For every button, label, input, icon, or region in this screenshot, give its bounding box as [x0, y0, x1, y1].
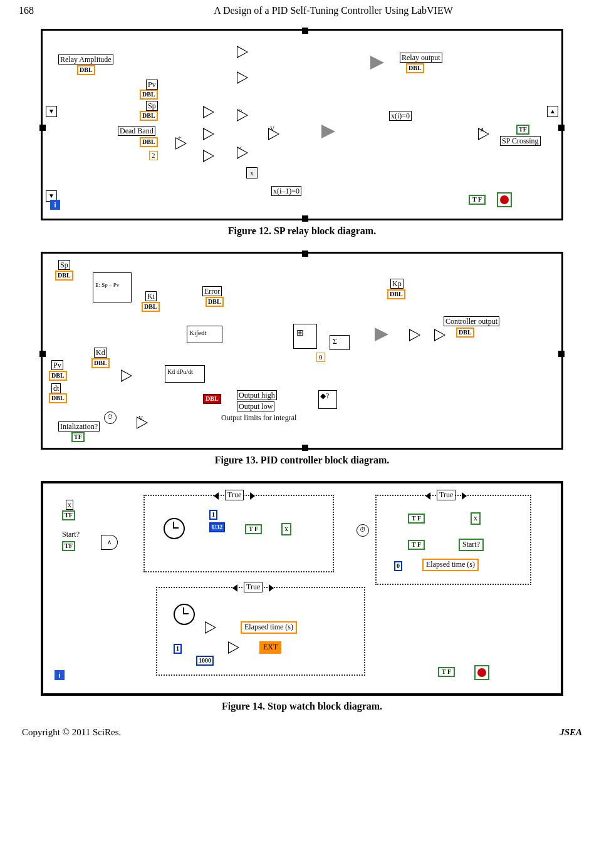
deriv-formula: Kd dPu/dt — [167, 368, 193, 375]
dbl-tag: DBL — [387, 289, 405, 299]
tf-switch: T F — [408, 514, 425, 524]
sp-label: Sp — [146, 101, 158, 111]
shift-register-down: ▼ — [46, 106, 57, 117]
const-2: 2 — [149, 151, 158, 160]
relay-amplitude-label: Relay Amplitude — [58, 54, 113, 65]
sp-crossing-label: SP Crossing — [500, 136, 541, 146]
case-next-icon — [462, 492, 467, 500]
figure-12: Relay Amplitude DBL Relay output DBL Pv … — [19, 29, 585, 237]
tf-tag: TF — [62, 510, 75, 520]
dead-band-label: Dead Band — [118, 126, 155, 136]
stop-icon — [497, 192, 512, 207]
pv-label: Pv — [146, 80, 158, 90]
select-node — [375, 328, 388, 341]
tf-switch: T F — [245, 524, 262, 534]
start-label: Start? — [61, 530, 81, 539]
clock-icon — [164, 518, 185, 539]
integral-formula: Ki∫edt — [189, 329, 206, 336]
clock-icon — [174, 604, 195, 625]
figure-13-caption: Figure 13. PID controller block diagram. — [19, 455, 585, 466]
stop-icon — [474, 665, 489, 680]
dbl-tag: DBL — [91, 358, 110, 368]
figure-12-caption: Figure 12. SP relay block diagram. — [19, 225, 585, 237]
plus-op — [203, 128, 214, 140]
x-indicator: x — [281, 523, 291, 535]
mult-op — [121, 369, 132, 382]
select-node — [370, 56, 384, 70]
xi0-label: x(i)=0 — [389, 111, 412, 121]
first-call-icon: ⏱ — [104, 411, 117, 424]
elapsed-time-indicator: Elapsed time (s) — [241, 621, 297, 634]
copyright: Copyright © 2011 SciRes. — [22, 727, 121, 738]
ext-tag: EXT — [259, 641, 281, 654]
tf-switch: T F — [408, 540, 425, 550]
const-1: 1 — [209, 510, 217, 520]
plus-op — [409, 329, 420, 341]
case-prev-icon — [425, 492, 430, 500]
case-prev-icon — [214, 492, 219, 500]
sum-node: Σ — [333, 337, 337, 346]
page-number: 168 — [19, 5, 81, 16]
dbl-tag: DBL — [140, 137, 158, 147]
minus-op — [203, 150, 214, 162]
dbl-tag: DBL — [49, 393, 67, 403]
dbl-tag: DBL — [206, 297, 224, 307]
plus-op — [237, 46, 248, 58]
relay-output-label: Relay output — [400, 53, 442, 63]
dbl-tag: DBL — [49, 371, 67, 381]
figure-14: x TF Start? TF ∧ True 1 U32 T F x True T… — [19, 481, 585, 712]
elapsed-time-indicator: Elapsed time (s) — [422, 559, 479, 571]
and-gate: ∧ — [101, 535, 118, 550]
dbl-tag: DBL — [77, 65, 95, 75]
case-next-icon — [250, 492, 255, 500]
tf-tag: TF — [62, 541, 75, 551]
case-header: True — [225, 490, 244, 500]
neg-op: x — [246, 167, 258, 178]
tf-tag: T F — [469, 195, 486, 205]
start-indicator: Start? — [459, 539, 484, 551]
controller-output-label: Controller output — [444, 316, 499, 326]
kp-label: Kp — [390, 279, 404, 289]
tf-tag: T F — [438, 667, 455, 677]
figure-13: Sp DBL Pv DBL dt DBL E: Sp – Pv Ki DBL K… — [19, 252, 585, 466]
paper-title: A Design of a PID Self-Tuning Controller… — [81, 5, 585, 16]
dbl-tag: DBL — [142, 302, 160, 312]
limit-node: ◆? — [320, 391, 329, 401]
info-icon: i — [50, 200, 60, 210]
case-next-icon — [269, 584, 274, 592]
case-header: True — [244, 582, 263, 592]
info-icon: i — [55, 670, 65, 680]
output-limits-label: Output limits for integral — [220, 413, 298, 422]
error-label: Error — [202, 286, 222, 296]
shift-register-up: ▲ — [547, 106, 558, 117]
case-header: True — [437, 490, 456, 500]
figure-14-caption: Figure 14. Stop watch block diagram. — [19, 701, 585, 712]
const-1000: 1000 — [196, 656, 214, 666]
const-0: 0 — [394, 561, 402, 571]
ki-label: Ki — [145, 291, 157, 301]
select-node — [321, 125, 335, 138]
dbl-tag: DBL — [140, 111, 158, 121]
x-label: x — [66, 500, 73, 510]
dbl-tag: DBL — [456, 328, 474, 338]
kd-label: Kd — [94, 348, 107, 358]
dbl-tag: DBL — [140, 90, 158, 100]
tf-tag: TF — [71, 432, 85, 442]
div-op — [228, 641, 239, 654]
tf-tag: TF — [516, 125, 529, 135]
dbl-tag: DBL — [55, 271, 73, 281]
first-call-icon: ⏱ — [357, 524, 369, 537]
journal-abbrev: JSEA — [560, 727, 582, 738]
const-0: 0 — [316, 353, 325, 362]
pv-label: Pv — [51, 360, 63, 370]
init-label: Inialization? — [58, 421, 100, 431]
case-prev-icon — [232, 584, 237, 592]
minus-op — [237, 71, 248, 84]
dbl-red-tag: DBL — [203, 394, 221, 404]
output-low-label: Output low — [237, 401, 274, 411]
x-indicator: x — [471, 512, 481, 525]
output-high-label: Output high — [237, 390, 277, 400]
dbl-tag: DBL — [406, 63, 424, 73]
xi10-label: x(i–1)=0 — [271, 186, 301, 196]
u32-tag: U32 — [209, 522, 225, 532]
